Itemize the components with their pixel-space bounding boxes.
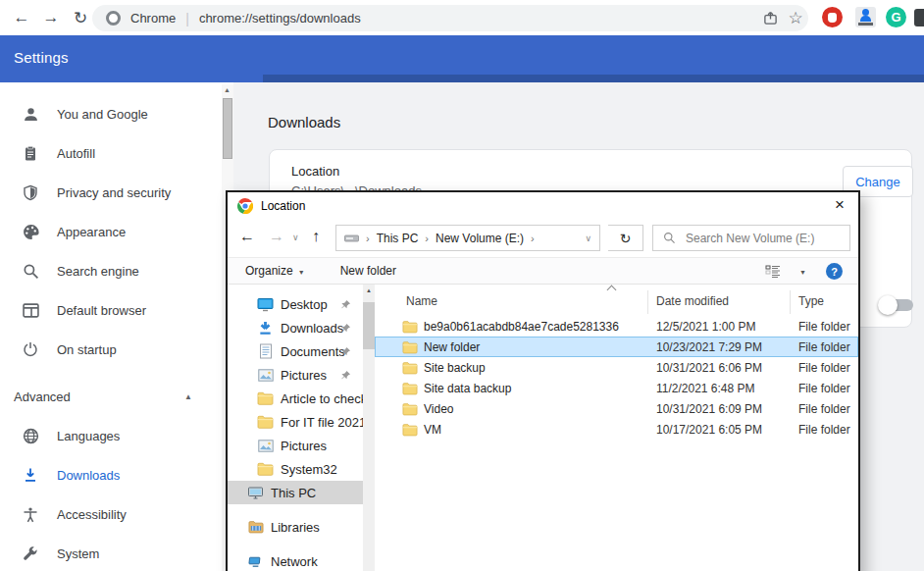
sidebar-item-search-engine[interactable]: Search engine xyxy=(0,251,222,290)
file-row[interactable]: Site backup10/31/2021 6:06 PMFile folder xyxy=(375,357,858,378)
tree-scrollbar[interactable]: ▲ xyxy=(363,285,375,571)
tree-item-system32[interactable]: System32 xyxy=(228,457,363,481)
scrollbar-up-icon[interactable]: ▲ xyxy=(224,86,231,93)
settings-header: Settings Search settings xyxy=(0,35,924,82)
dialog-forward-icon[interactable]: → xyxy=(269,228,284,245)
column-header-type[interactable]: Type xyxy=(798,294,824,308)
sidebar-item-appearance[interactable]: Appearance xyxy=(0,212,222,251)
tree-item-this-pc[interactable]: This PC xyxy=(228,481,363,504)
refresh-icon[interactable]: ↻ xyxy=(67,4,94,31)
accessibility-icon xyxy=(22,505,39,523)
chrome-logo-icon xyxy=(237,198,253,214)
sidebar-advanced-toggle[interactable]: Advanced ▲ xyxy=(0,377,222,416)
file-type: File folder xyxy=(798,340,850,354)
dialog-refresh-icon[interactable]: ↻ xyxy=(608,225,643,251)
sidebar-item-system[interactable]: System xyxy=(0,534,222,571)
shield-icon xyxy=(22,183,39,201)
tree-item-desktop[interactable]: Desktop xyxy=(228,292,363,316)
sidebar-item-label: Accessibility xyxy=(57,507,127,522)
forward-icon[interactable]: → xyxy=(37,4,65,31)
search-icon xyxy=(22,262,39,280)
breadcrumb-chevron-icon: › xyxy=(425,233,429,244)
share-icon[interactable] xyxy=(757,6,783,31)
tree-item-for-it-file-2021[interactable]: For IT file 2021 xyxy=(228,410,363,434)
column-header-date-modified[interactable]: Date modified xyxy=(656,294,729,308)
tree-scroll-thumb[interactable] xyxy=(363,302,375,349)
sidebar-item-default-browser[interactable]: Default browser xyxy=(0,290,222,330)
tree-item-documents[interactable]: Documents xyxy=(228,339,363,363)
breadcrumb-segment[interactable]: New Volume (E:) xyxy=(436,232,524,245)
folder-icon xyxy=(257,414,274,430)
file-row[interactable]: Site data backup11/2/2021 6:48 PMFile fo… xyxy=(375,378,858,398)
file-date-modified: 10/31/2021 6:06 PM xyxy=(656,361,762,375)
bookmark-star-icon[interactable]: ☆ xyxy=(783,6,808,31)
tree-item-label: Desktop xyxy=(281,297,328,312)
sidebar-item-on-startup[interactable]: On startup xyxy=(0,330,222,369)
tree-item-pictures[interactable]: Pictures xyxy=(228,434,363,457)
breadcrumb-segment[interactable]: This PC xyxy=(377,232,419,245)
tree-scroll-up-icon[interactable]: ▲ xyxy=(366,287,372,293)
file-row[interactable]: New folder10/23/2021 7:29 PMFile folder xyxy=(375,337,858,357)
close-icon[interactable]: × xyxy=(827,192,852,218)
tree-item-article-to-check[interactable]: Article to check xyxy=(228,387,363,410)
file-row[interactable]: Video10/31/2021 6:09 PMFile folder xyxy=(375,398,858,419)
dialog-up-icon[interactable]: ↑ xyxy=(312,228,320,245)
scrollbar-thumb[interactable] xyxy=(223,98,232,159)
address-dropdown-icon[interactable]: ∨ xyxy=(585,234,591,243)
file-date-modified: 10/17/2021 6:05 PM xyxy=(656,423,762,437)
tree-item-label: Documents xyxy=(281,344,345,359)
sidebar-item-you-and-google[interactable]: You and Google xyxy=(0,94,222,133)
globe-icon xyxy=(22,427,39,444)
tree-item-label: Pictures xyxy=(281,368,327,383)
view-mode-icon[interactable] xyxy=(765,265,781,278)
sidebar-item-autofill[interactable]: Autofill xyxy=(0,133,222,173)
dialog-address-bar[interactable]: › This PC›New Volume (E:)› ∨ xyxy=(335,225,600,251)
file-list: Name Date modified Type be9a0b61acabdb84… xyxy=(375,285,858,571)
palette-icon xyxy=(22,223,39,240)
back-icon[interactable]: ← xyxy=(8,4,35,31)
sidebar-item-label: Downloads xyxy=(57,468,120,483)
tree-item-network[interactable]: Network xyxy=(228,549,363,571)
tree-item-pictures[interactable]: Pictures xyxy=(228,363,363,387)
dialog-titlebar[interactable]: Location × xyxy=(228,192,858,220)
advanced-label: Advanced xyxy=(14,389,71,404)
sidebar-item-label: Privacy and security xyxy=(57,185,171,200)
address-bar[interactable]: Chrome | chrome://settings/downloads ☆ xyxy=(92,5,808,31)
help-icon[interactable]: ? xyxy=(826,263,843,280)
organize-button[interactable]: Organize▼ xyxy=(245,264,305,278)
dialog-title: Location xyxy=(261,199,305,213)
sidebar-item-label: On startup xyxy=(57,342,117,357)
sidebar-item-downloads[interactable]: Downloads xyxy=(0,455,222,494)
dialog-back-icon[interactable]: ← xyxy=(239,228,255,245)
wrench-icon xyxy=(22,545,39,562)
column-header-name[interactable]: Name xyxy=(406,294,437,308)
file-name: Site backup xyxy=(424,361,486,375)
settings-title: Settings xyxy=(14,49,69,66)
sidebar-item-languages[interactable]: Languages xyxy=(0,416,222,455)
remote-user-extension-icon[interactable] xyxy=(855,7,876,27)
file-type: File folder xyxy=(798,402,850,416)
file-date-modified: 11/2/2021 6:48 PM xyxy=(656,382,755,395)
chevron-up-icon: ▲ xyxy=(184,392,192,401)
clipboard-icon xyxy=(22,144,39,162)
history-dropdown-icon[interactable]: ∨ xyxy=(292,233,299,242)
dialog-search-box[interactable]: Search New Volume (E:) xyxy=(652,225,850,251)
file-row[interactable]: be9a0b61acabdb84ae7cade528133612/5/2021 … xyxy=(375,316,858,337)
folder-tree: DesktopDownloadsDocumentsPicturesArticle… xyxy=(228,285,363,571)
pc-icon xyxy=(247,485,264,500)
ask-where-to-save-toggle[interactable] xyxy=(878,295,913,315)
sidebar-item-privacy-and-security[interactable]: Privacy and security xyxy=(0,173,222,212)
sidebar-item-label: Appearance xyxy=(57,225,126,239)
adblock-extension-icon[interactable] xyxy=(822,7,843,27)
grammarly-extension-icon[interactable]: G xyxy=(886,7,906,27)
extensions-puzzle-icon[interactable] xyxy=(914,9,924,26)
tree-item-libraries[interactable]: Libraries xyxy=(228,515,363,539)
tree-item-downloads[interactable]: Downloads xyxy=(228,316,363,339)
view-dropdown-icon[interactable]: ▼ xyxy=(799,269,806,276)
tree-item-label: Pictures xyxy=(281,439,327,453)
new-folder-button[interactable]: New folder xyxy=(340,264,396,278)
file-row[interactable]: VM10/17/2021 6:05 PMFile folder xyxy=(375,419,858,440)
sidebar-item-accessibility[interactable]: Accessibility xyxy=(0,494,222,534)
desktop-icon xyxy=(257,296,274,312)
tree-item-label: Downloads xyxy=(281,321,343,336)
